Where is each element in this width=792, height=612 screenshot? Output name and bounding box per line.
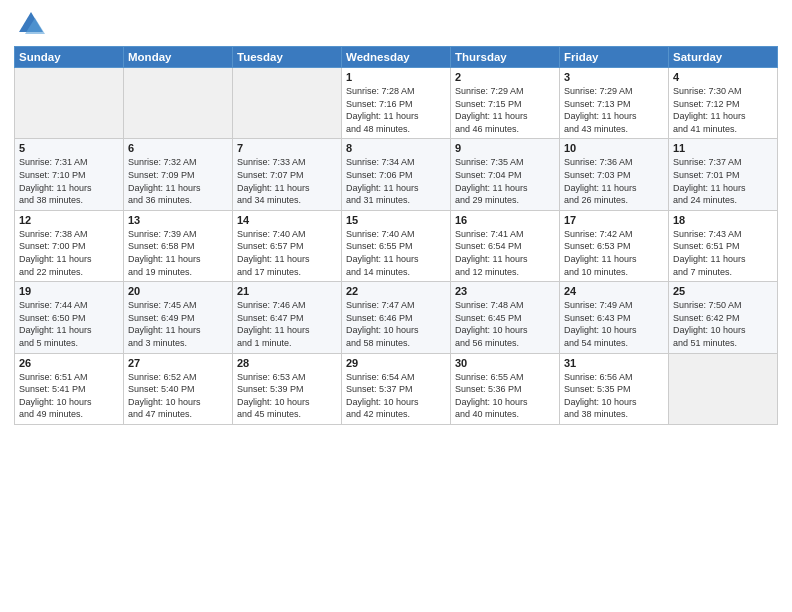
day-number: 11 [673,142,773,154]
day-number: 9 [455,142,555,154]
day-cell: 3Sunrise: 7:29 AM Sunset: 7:13 PM Daylig… [560,68,669,139]
day-number: 22 [346,285,446,297]
day-number: 2 [455,71,555,83]
day-info: Sunrise: 7:48 AM Sunset: 6:45 PM Dayligh… [455,300,528,348]
day-info: Sunrise: 6:52 AM Sunset: 5:40 PM Dayligh… [128,372,201,420]
day-cell: 8Sunrise: 7:34 AM Sunset: 7:06 PM Daylig… [342,139,451,210]
day-number: 17 [564,214,664,226]
day-number: 4 [673,71,773,83]
day-info: Sunrise: 7:43 AM Sunset: 6:51 PM Dayligh… [673,229,746,277]
day-cell: 26Sunrise: 6:51 AM Sunset: 5:41 PM Dayli… [15,353,124,424]
day-number: 25 [673,285,773,297]
day-number: 18 [673,214,773,226]
week-row-5: 26Sunrise: 6:51 AM Sunset: 5:41 PM Dayli… [15,353,778,424]
day-number: 5 [19,142,119,154]
day-cell: 2Sunrise: 7:29 AM Sunset: 7:15 PM Daylig… [451,68,560,139]
day-info: Sunrise: 7:39 AM Sunset: 6:58 PM Dayligh… [128,229,201,277]
weekday-header-thursday: Thursday [451,47,560,68]
weekday-header-saturday: Saturday [669,47,778,68]
day-cell [15,68,124,139]
day-number: 16 [455,214,555,226]
day-cell: 25Sunrise: 7:50 AM Sunset: 6:42 PM Dayli… [669,282,778,353]
day-cell: 13Sunrise: 7:39 AM Sunset: 6:58 PM Dayli… [124,210,233,281]
day-info: Sunrise: 6:53 AM Sunset: 5:39 PM Dayligh… [237,372,310,420]
day-cell: 12Sunrise: 7:38 AM Sunset: 7:00 PM Dayli… [15,210,124,281]
day-cell [233,68,342,139]
day-cell: 15Sunrise: 7:40 AM Sunset: 6:55 PM Dayli… [342,210,451,281]
day-cell: 24Sunrise: 7:49 AM Sunset: 6:43 PM Dayli… [560,282,669,353]
day-number: 27 [128,357,228,369]
day-cell: 31Sunrise: 6:56 AM Sunset: 5:35 PM Dayli… [560,353,669,424]
day-cell [669,353,778,424]
day-cell: 18Sunrise: 7:43 AM Sunset: 6:51 PM Dayli… [669,210,778,281]
logo [14,10,45,38]
day-cell: 11Sunrise: 7:37 AM Sunset: 7:01 PM Dayli… [669,139,778,210]
weekday-header-row: SundayMondayTuesdayWednesdayThursdayFrid… [15,47,778,68]
day-cell: 16Sunrise: 7:41 AM Sunset: 6:54 PM Dayli… [451,210,560,281]
day-number: 12 [19,214,119,226]
day-cell: 22Sunrise: 7:47 AM Sunset: 6:46 PM Dayli… [342,282,451,353]
day-cell: 4Sunrise: 7:30 AM Sunset: 7:12 PM Daylig… [669,68,778,139]
weekday-header-wednesday: Wednesday [342,47,451,68]
day-info: Sunrise: 7:30 AM Sunset: 7:12 PM Dayligh… [673,86,746,134]
day-info: Sunrise: 7:34 AM Sunset: 7:06 PM Dayligh… [346,157,419,205]
day-cell: 28Sunrise: 6:53 AM Sunset: 5:39 PM Dayli… [233,353,342,424]
calendar-page: SundayMondayTuesdayWednesdayThursdayFrid… [0,0,792,612]
day-info: Sunrise: 7:45 AM Sunset: 6:49 PM Dayligh… [128,300,201,348]
week-row-3: 12Sunrise: 7:38 AM Sunset: 7:00 PM Dayli… [15,210,778,281]
day-number: 1 [346,71,446,83]
day-info: Sunrise: 7:40 AM Sunset: 6:55 PM Dayligh… [346,229,419,277]
day-info: Sunrise: 6:54 AM Sunset: 5:37 PM Dayligh… [346,372,419,420]
day-cell: 21Sunrise: 7:46 AM Sunset: 6:47 PM Dayli… [233,282,342,353]
day-number: 19 [19,285,119,297]
day-number: 24 [564,285,664,297]
weekday-header-sunday: Sunday [15,47,124,68]
day-number: 3 [564,71,664,83]
week-row-1: 1Sunrise: 7:28 AM Sunset: 7:16 PM Daylig… [15,68,778,139]
day-cell: 27Sunrise: 6:52 AM Sunset: 5:40 PM Dayli… [124,353,233,424]
day-number: 8 [346,142,446,154]
day-info: Sunrise: 7:29 AM Sunset: 7:13 PM Dayligh… [564,86,637,134]
day-cell: 14Sunrise: 7:40 AM Sunset: 6:57 PM Dayli… [233,210,342,281]
day-info: Sunrise: 7:33 AM Sunset: 7:07 PM Dayligh… [237,157,310,205]
day-info: Sunrise: 7:44 AM Sunset: 6:50 PM Dayligh… [19,300,92,348]
weekday-header-tuesday: Tuesday [233,47,342,68]
day-info: Sunrise: 6:56 AM Sunset: 5:35 PM Dayligh… [564,372,637,420]
day-info: Sunrise: 7:46 AM Sunset: 6:47 PM Dayligh… [237,300,310,348]
day-number: 30 [455,357,555,369]
day-cell: 9Sunrise: 7:35 AM Sunset: 7:04 PM Daylig… [451,139,560,210]
day-number: 26 [19,357,119,369]
day-info: Sunrise: 7:35 AM Sunset: 7:04 PM Dayligh… [455,157,528,205]
day-cell: 20Sunrise: 7:45 AM Sunset: 6:49 PM Dayli… [124,282,233,353]
day-info: Sunrise: 7:29 AM Sunset: 7:15 PM Dayligh… [455,86,528,134]
day-number: 20 [128,285,228,297]
day-number: 28 [237,357,337,369]
day-info: Sunrise: 7:47 AM Sunset: 6:46 PM Dayligh… [346,300,419,348]
day-number: 10 [564,142,664,154]
day-info: Sunrise: 7:50 AM Sunset: 6:42 PM Dayligh… [673,300,746,348]
day-cell: 6Sunrise: 7:32 AM Sunset: 7:09 PM Daylig… [124,139,233,210]
day-number: 14 [237,214,337,226]
week-row-4: 19Sunrise: 7:44 AM Sunset: 6:50 PM Dayli… [15,282,778,353]
weekday-header-friday: Friday [560,47,669,68]
day-number: 7 [237,142,337,154]
day-number: 15 [346,214,446,226]
day-info: Sunrise: 7:36 AM Sunset: 7:03 PM Dayligh… [564,157,637,205]
day-info: Sunrise: 7:49 AM Sunset: 6:43 PM Dayligh… [564,300,637,348]
day-info: Sunrise: 6:51 AM Sunset: 5:41 PM Dayligh… [19,372,92,420]
calendar-table: SundayMondayTuesdayWednesdayThursdayFrid… [14,46,778,425]
day-cell: 7Sunrise: 7:33 AM Sunset: 7:07 PM Daylig… [233,139,342,210]
day-info: Sunrise: 7:40 AM Sunset: 6:57 PM Dayligh… [237,229,310,277]
day-cell: 29Sunrise: 6:54 AM Sunset: 5:37 PM Dayli… [342,353,451,424]
logo-icon [17,10,45,38]
day-cell [124,68,233,139]
day-number: 13 [128,214,228,226]
day-info: Sunrise: 7:37 AM Sunset: 7:01 PM Dayligh… [673,157,746,205]
day-info: Sunrise: 7:28 AM Sunset: 7:16 PM Dayligh… [346,86,419,134]
day-info: Sunrise: 7:42 AM Sunset: 6:53 PM Dayligh… [564,229,637,277]
header [14,10,778,38]
day-info: Sunrise: 7:41 AM Sunset: 6:54 PM Dayligh… [455,229,528,277]
day-info: Sunrise: 6:55 AM Sunset: 5:36 PM Dayligh… [455,372,528,420]
day-cell: 19Sunrise: 7:44 AM Sunset: 6:50 PM Dayli… [15,282,124,353]
day-number: 6 [128,142,228,154]
